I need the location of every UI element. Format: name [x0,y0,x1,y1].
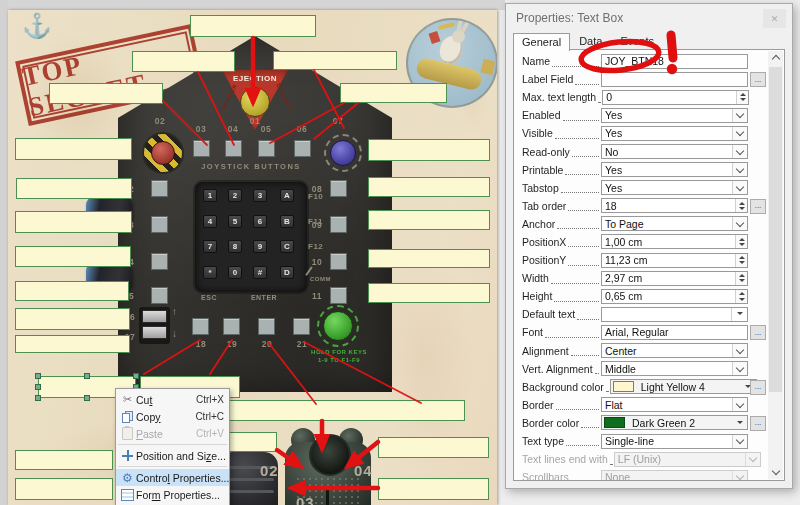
more-button[interactable]: ... [750,380,766,395]
text-box-field[interactable] [16,178,132,199]
scrollbar-thumb[interactable] [769,67,782,392]
menu-item-form-properties[interactable]: Form Properties... [116,486,229,503]
spinner[interactable] [736,91,748,104]
anchor-field[interactable]: To Page [601,216,748,231]
label-field-field[interactable] [601,72,748,87]
text-box-field[interactable] [15,211,132,233]
keypad-key-2: 2 [228,189,242,202]
tab-general[interactable]: General [513,33,570,51]
width-field[interactable]: 2,97 cm [601,271,748,286]
spinner[interactable] [735,199,747,212]
text-box-field[interactable] [15,281,129,301]
menu-item-control-properties[interactable]: ⚙Control Properties... [116,469,229,486]
text-box-field[interactable] [15,335,130,353]
chevron-down-icon[interactable] [732,435,747,448]
selection-handle[interactable] [35,384,41,390]
height-field[interactable]: 0,65 cm [601,289,748,304]
chevron-down-icon[interactable] [732,217,747,230]
tab-events[interactable]: Events [611,32,663,50]
name-field[interactable]: JOY_BTN18 [601,54,748,69]
menu-item-paste[interactable]: PasteCtrl+V [116,425,229,442]
more-button[interactable]: ... [750,416,766,431]
position-y-field[interactable]: 11,23 cm [601,253,748,268]
menu-item-copy[interactable]: CopyCtrl+C [116,408,229,425]
text-box-field[interactable] [132,51,235,72]
text-box-field[interactable] [49,83,163,104]
border-field[interactable]: Flat [601,397,748,412]
text-box-field[interactable] [273,51,397,70]
tab-order-field[interactable]: 18 [601,198,748,213]
position-x-field[interactable]: 1,00 cm [601,234,748,249]
chevron-down-icon[interactable] [732,163,747,176]
text-box-field[interactable] [378,478,489,500]
chevron-down-icon[interactable] [732,362,747,375]
selection-handle[interactable] [133,373,139,379]
enabled-field[interactable]: Yes [601,108,748,123]
default-text-field[interactable] [601,307,748,322]
close-icon[interactable]: ✕ [763,9,786,28]
spin-down-icon[interactable] [736,278,747,285]
chevron-down-icon[interactable] [732,398,747,411]
chevron-down-icon[interactable] [732,471,747,481]
chevron-down-icon[interactable] [732,344,747,357]
text-box-field[interactable] [190,15,316,37]
selection-handle[interactable] [84,395,90,401]
more-button[interactable]: ... [750,72,766,87]
background-color-field[interactable]: Light Yellow 4 [610,379,757,394]
text-box-field[interactable] [15,308,130,330]
chevron-down-icon[interactable] [732,127,747,140]
tab-data[interactable]: Data [570,32,611,50]
max-text-length-field[interactable]: 0 [602,90,749,105]
text-box-field[interactable] [15,138,132,160]
text-box-field[interactable] [15,450,113,470]
more-button[interactable]: ... [750,325,766,340]
text-box-field[interactable] [368,139,490,161]
spinner[interactable] [735,254,747,267]
selection-handle[interactable] [35,395,41,401]
tabstop-field[interactable]: Yes [601,180,748,195]
menu-item-cut[interactable]: ✂CutCtrl+X [116,391,229,408]
printable-field[interactable]: Yes [601,162,748,177]
spin-down-icon[interactable] [736,242,747,249]
selection-handle[interactable] [35,373,41,379]
text-box-field[interactable] [15,478,113,500]
scrollbar[interactable] [768,51,783,479]
border-color-field[interactable]: Dark Green 2 [601,415,748,430]
text-box-field[interactable] [378,437,489,458]
document-canvas[interactable]: ⚓ TOP SECRET EJECTIONDANGERDANGER0102070… [8,10,497,505]
dropdown-arrow-icon[interactable] [732,416,747,429]
prop-value-tab-order: 18 [602,200,617,212]
chevron-down-icon[interactable] [745,453,760,466]
spinner[interactable] [735,235,747,248]
text-box-field[interactable] [340,83,447,103]
menu-item-position-and-size[interactable]: Position and Size... [116,447,229,464]
text-lines-end-field[interactable]: LF (Unix) [614,452,761,467]
spin-down-icon[interactable] [736,296,747,303]
alignment-field[interactable]: Center [601,343,748,358]
selection-handle[interactable] [84,373,90,379]
chevron-down-icon[interactable] [732,181,747,194]
visible-field[interactable]: Yes [601,126,748,141]
dropdown-arrow-icon[interactable] [731,308,747,321]
text-box-field[interactable] [225,400,465,421]
text-box-field[interactable] [368,177,490,197]
spin-down-icon[interactable] [736,206,747,213]
scroll-up-icon[interactable] [768,51,783,65]
scrollbars-field[interactable]: None [601,470,748,481]
text-box-field[interactable] [368,249,490,268]
font-field[interactable]: Arial, Regular [601,325,748,340]
vert-alignment-field[interactable]: Middle [601,361,748,376]
spin-down-icon[interactable] [737,97,748,104]
text-box-field[interactable] [368,210,490,230]
chevron-down-icon[interactable] [732,145,747,158]
spinner[interactable] [735,290,747,303]
scroll-down-icon[interactable] [768,465,783,479]
more-button[interactable]: ... [750,199,766,214]
spinner[interactable] [735,272,747,285]
text-box-field[interactable] [368,283,490,303]
spin-down-icon[interactable] [736,260,747,267]
read-only-field[interactable]: No [601,144,748,159]
text-type-field[interactable]: Single-line [601,434,748,449]
text-box-field[interactable] [15,246,131,267]
chevron-down-icon[interactable] [732,109,747,122]
